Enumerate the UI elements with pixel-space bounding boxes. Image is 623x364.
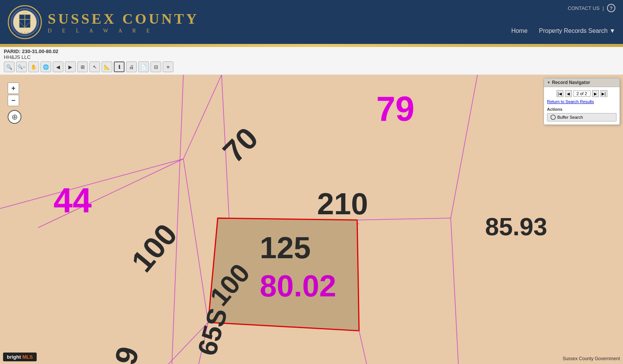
watermark-text: bright bbox=[7, 354, 21, 360]
record-navigator-body: |◀ ◀ ▶ ▶| Return to Search Results Actio… bbox=[544, 87, 620, 125]
zoom-in-btn[interactable]: 🔍 bbox=[4, 61, 15, 72]
toolbar-area: PARID: 230-31.00-80.02 HH&JS LLC 🔍 🔍− ✋ … bbox=[0, 47, 623, 75]
label-8002: 80.02 bbox=[260, 269, 336, 303]
contact-area: CONTACT US | ? bbox=[568, 4, 615, 12]
prev-record-btn[interactable]: ◀ bbox=[565, 90, 572, 97]
globe-btn[interactable]: 🌐 bbox=[40, 61, 51, 72]
info-btn[interactable]: ℹ bbox=[114, 61, 125, 72]
zoom-minus-btn[interactable]: − bbox=[8, 95, 19, 106]
label-79: 79 bbox=[376, 90, 414, 128]
watermark: bright MLS bbox=[3, 353, 37, 361]
zoom-plus-btn[interactable]: + bbox=[8, 83, 19, 94]
label-125: 125 bbox=[260, 231, 311, 265]
page-header: ★ ★ ★ 1683 SUSSEX COUNTY D E L A W A R E… bbox=[0, 0, 623, 44]
buffer-search-button[interactable]: Buffer Search bbox=[547, 113, 617, 121]
logo-area: ★ ★ ★ 1683 SUSSEX COUNTY D E L A W A R E bbox=[8, 5, 199, 39]
nav-home[interactable]: Home bbox=[511, 28, 528, 34]
gold-divider bbox=[0, 44, 623, 47]
nav-area: CONTACT US | ? Home Property Records Sea… bbox=[503, 0, 623, 44]
map-svg: 79 44 70 100 210 125 100 80.02 85.93 65S… bbox=[0, 75, 623, 364]
help-icon[interactable]: ? bbox=[607, 4, 615, 12]
measure-btn[interactable]: 📐 bbox=[102, 61, 112, 72]
next-record-btn[interactable]: ▶ bbox=[592, 90, 599, 97]
compass-control[interactable]: ⊕ bbox=[8, 110, 21, 124]
actions-label: Actions bbox=[547, 107, 617, 112]
svg-text:1683: 1683 bbox=[23, 11, 27, 13]
arrow-tool-btn[interactable]: ↖ bbox=[89, 61, 100, 72]
main-nav: Home Property Records Search ▼ bbox=[511, 28, 615, 40]
watermark-suffix: MLS bbox=[21, 354, 33, 360]
label-44: 44 bbox=[53, 181, 92, 220]
prev-btn[interactable]: ◀ bbox=[53, 61, 63, 72]
zoom-out-btn[interactable]: 🔍− bbox=[16, 61, 27, 72]
record-number-input[interactable] bbox=[573, 91, 591, 97]
print-btn[interactable]: 🖨 bbox=[126, 61, 137, 72]
compass-icon: ⊕ bbox=[11, 112, 18, 121]
return-search-results-link[interactable]: Return to Search Results bbox=[547, 99, 617, 104]
select-tool-btn[interactable]: ⊞ bbox=[77, 61, 88, 72]
county-seal: ★ ★ ★ 1683 bbox=[8, 5, 42, 39]
map-container[interactable]: 79 44 70 100 210 125 100 80.02 85.93 65S… bbox=[0, 75, 623, 364]
buffer-search-label: Buffer Search bbox=[557, 115, 583, 120]
contact-link[interactable]: CONTACT US bbox=[568, 5, 599, 11]
attribution-text: Sussex County Government bbox=[563, 356, 620, 361]
state-name-text: D E L A W A R E bbox=[48, 28, 199, 34]
owner-display: HH&JS LLC bbox=[4, 54, 619, 60]
county-name-text: SUSSEX COUNTY bbox=[48, 10, 199, 27]
svg-text:★ ★ ★: ★ ★ ★ bbox=[21, 30, 29, 34]
map-view-btn[interactable]: ⊟ bbox=[150, 61, 161, 72]
record-navigator-title: Record Navigator bbox=[552, 80, 590, 85]
collapse-triangle: ▼ bbox=[547, 81, 550, 84]
zoom-controls: + − ⊕ bbox=[8, 83, 21, 124]
record-navigator-header[interactable]: ▼ Record Navigator bbox=[544, 78, 620, 87]
label-210: 210 bbox=[317, 187, 368, 221]
parid-display: PARID: 230-31.00-80.02 bbox=[4, 49, 619, 54]
nav-property-records[interactable]: Property Records Search ▼ bbox=[539, 28, 615, 34]
buffer-icon bbox=[550, 115, 556, 120]
last-record-btn[interactable]: ▶| bbox=[600, 90, 607, 97]
first-record-btn[interactable]: |◀ bbox=[557, 90, 563, 97]
pan-tool-btn[interactable]: ✋ bbox=[28, 61, 39, 72]
export-btn[interactable]: 📄 bbox=[138, 61, 149, 72]
record-navigator-panel: ▼ Record Navigator |◀ ◀ ▶ ▶| Return to S… bbox=[544, 78, 620, 125]
map-toolbar: 🔍 🔍− ✋ 🌐 ◀ ▶ ⊞ ↖ 📐 ℹ 🖨 📄 ⊟ ≡ bbox=[4, 60, 619, 73]
layers-btn[interactable]: ≡ bbox=[163, 61, 173, 72]
label-8593: 85.93 bbox=[485, 213, 547, 241]
next-btn[interactable]: ▶ bbox=[65, 61, 76, 72]
navigation-controls: |◀ ◀ ▶ ▶| bbox=[547, 90, 617, 97]
